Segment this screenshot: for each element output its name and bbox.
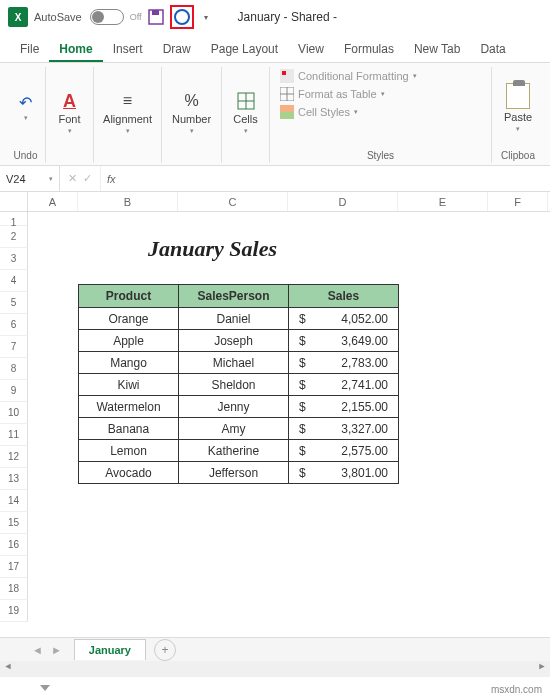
formula-bar: V24▾ ✕ ✓ fx	[0, 166, 550, 192]
row-header[interactable]: 8	[0, 358, 28, 380]
row-header[interactable]: 7	[0, 336, 28, 358]
format-as-table-button[interactable]: Format as Table ▾	[280, 87, 417, 101]
cell-product[interactable]: Lemon	[79, 440, 179, 462]
cell-salesperson[interactable]: Amy	[179, 418, 289, 440]
select-all-corner[interactable]	[0, 192, 28, 211]
row-header[interactable]: 16	[0, 534, 28, 556]
cell-product[interactable]: Banana	[79, 418, 179, 440]
styles-list: Conditional Formatting ▾ Format as Table…	[274, 67, 423, 121]
undo-button[interactable]: ↶▾	[4, 89, 48, 126]
table-row: LemonKatherine$2,575.00	[79, 440, 399, 462]
cell-product[interactable]: Apple	[79, 330, 179, 352]
row-header[interactable]: 2	[0, 226, 28, 248]
row-header[interactable]: 13	[0, 468, 28, 490]
row-header[interactable]: 4	[0, 270, 28, 292]
cell-salesperson[interactable]: Daniel	[179, 308, 289, 330]
scroll-left-icon[interactable]: ◄	[0, 661, 16, 677]
horizontal-scrollbar[interactable]: ◄ ►	[0, 661, 550, 677]
cell-sales[interactable]: $2,155.00	[289, 396, 399, 418]
fx-label[interactable]: fx	[101, 173, 122, 185]
col-header-e[interactable]: E	[398, 192, 488, 211]
cell-salesperson[interactable]: Sheldon	[179, 374, 289, 396]
menu-bar: File Home Insert Draw Page Layout View F…	[0, 34, 550, 62]
tab-formulas[interactable]: Formulas	[334, 38, 404, 62]
tab-data[interactable]: Data	[470, 38, 515, 62]
cell-product[interactable]: Kiwi	[79, 374, 179, 396]
paste-button[interactable]: Paste▾	[496, 79, 540, 137]
row-header[interactable]: 10	[0, 402, 28, 424]
scroll-right-icon[interactable]: ►	[534, 661, 550, 677]
row-header[interactable]: 18	[0, 578, 28, 600]
col-header-c[interactable]: C	[178, 192, 288, 211]
header-sales: Sales	[289, 285, 399, 308]
cell-product[interactable]: Mango	[79, 352, 179, 374]
cell-salesperson[interactable]: Jefferson	[179, 462, 289, 484]
tab-page-layout[interactable]: Page Layout	[201, 38, 288, 62]
tab-file[interactable]: File	[10, 38, 49, 62]
cell-sales[interactable]: $3,649.00	[289, 330, 399, 352]
row-header[interactable]: 15	[0, 512, 28, 534]
conditional-formatting-button[interactable]: Conditional Formatting ▾	[280, 69, 417, 83]
col-header-f[interactable]: F	[488, 192, 548, 211]
table-row: OrangeDaniel$4,052.00	[79, 308, 399, 330]
row-header[interactable]: 9	[0, 380, 28, 402]
svg-rect-11	[280, 112, 294, 119]
cell-sales[interactable]: $2,783.00	[289, 352, 399, 374]
row-header[interactable]: 14	[0, 490, 28, 512]
highlighted-sync-button[interactable]	[170, 5, 194, 29]
row-header[interactable]: 1	[0, 212, 28, 226]
cells-button[interactable]: Cells▾	[224, 87, 268, 139]
tab-new-tab[interactable]: New Tab	[404, 38, 470, 62]
sheet-tab-january[interactable]: January	[74, 639, 146, 660]
table-header-row: Product SalesPerson Sales	[79, 285, 399, 308]
row-header[interactable]: 6	[0, 314, 28, 336]
status-bar	[0, 679, 80, 697]
cell-sales[interactable]: $2,741.00	[289, 374, 399, 396]
group-styles-label: Styles	[367, 148, 394, 163]
row-header[interactable]: 5	[0, 292, 28, 314]
cell-styles-icon	[280, 105, 294, 119]
save-icon[interactable]	[148, 9, 164, 25]
add-sheet-button[interactable]: +	[154, 639, 176, 661]
group-clipboard-label: Clipboa	[501, 148, 535, 163]
font-button[interactable]: AFont▾	[48, 87, 92, 139]
cell-product[interactable]: Avocado	[79, 462, 179, 484]
cell-sales[interactable]: $4,052.00	[289, 308, 399, 330]
next-sheet-icon[interactable]: ►	[51, 644, 62, 656]
tab-view[interactable]: View	[288, 38, 334, 62]
cell-sales[interactable]: $3,327.00	[289, 418, 399, 440]
cell-styles-button[interactable]: Cell Styles ▾	[280, 105, 417, 119]
cancel-formula-icon[interactable]: ✕	[68, 172, 77, 185]
cell-sales[interactable]: $3,801.00	[289, 462, 399, 484]
ribbon: ↶▾ Undo AFont▾ ≡Alignment▾ %Number▾ Cell…	[0, 62, 550, 166]
cell-salesperson[interactable]: Jenny	[179, 396, 289, 418]
accept-formula-icon[interactable]: ✓	[83, 172, 92, 185]
alignment-button[interactable]: ≡Alignment▾	[95, 87, 160, 139]
cell-salesperson[interactable]: Michael	[179, 352, 289, 374]
cell-product[interactable]: Orange	[79, 308, 179, 330]
prev-sheet-icon[interactable]: ◄	[32, 644, 43, 656]
row-header[interactable]: 11	[0, 424, 28, 446]
tab-draw[interactable]: Draw	[153, 38, 201, 62]
col-header-a[interactable]: A	[28, 192, 78, 211]
status-dropdown-icon[interactable]	[40, 685, 50, 691]
cell-salesperson[interactable]: Joseph	[179, 330, 289, 352]
number-button[interactable]: %Number▾	[164, 87, 219, 139]
col-header-d[interactable]: D	[288, 192, 398, 211]
row-header[interactable]: 12	[0, 446, 28, 468]
row-header[interactable]: 3	[0, 248, 28, 270]
table-row: MangoMichael$2,783.00	[79, 352, 399, 374]
row-header[interactable]: 17	[0, 556, 28, 578]
col-header-b[interactable]: B	[78, 192, 178, 211]
name-box[interactable]: V24▾	[0, 166, 60, 191]
cell-sales[interactable]: $2,575.00	[289, 440, 399, 462]
cell-salesperson[interactable]: Katherine	[179, 440, 289, 462]
spreadsheet-grid[interactable]: A B C D E F 1234567891011121314151617181…	[0, 192, 550, 634]
row-header[interactable]: 19	[0, 600, 28, 622]
cell-area[interactable]: January Sales Product SalesPerson Sales …	[28, 212, 550, 634]
autosave-toggle[interactable]	[90, 9, 124, 25]
cell-product[interactable]: Watermelon	[79, 396, 179, 418]
quick-access-dropdown-icon[interactable]: ▾	[200, 13, 212, 22]
tab-home[interactable]: Home	[49, 38, 102, 62]
tab-insert[interactable]: Insert	[103, 38, 153, 62]
